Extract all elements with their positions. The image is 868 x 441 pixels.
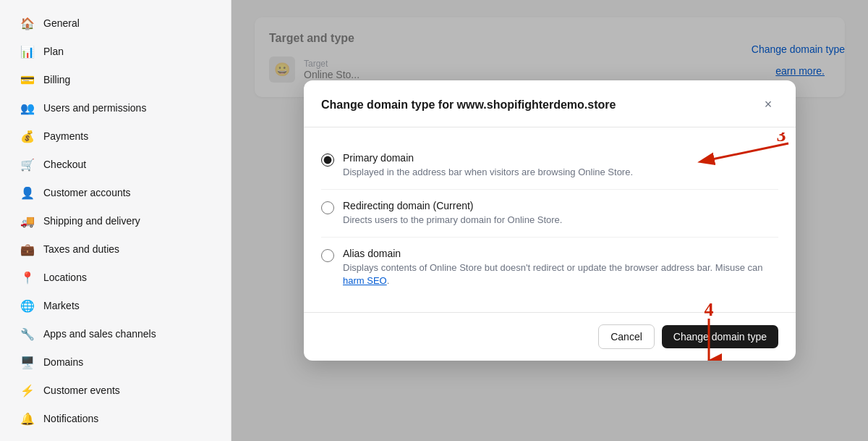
- radio-option-redirecting[interactable]: Redirecting domain (Current) Directs use…: [321, 190, 778, 238]
- sidebar-item-shipping[interactable]: 🚚 Shipping and delivery: [6, 207, 225, 235]
- sidebar-item-notifications[interactable]: 🔔 Notifications: [6, 405, 225, 432]
- sidebar-item-label: Checkout: [43, 159, 86, 170]
- radio-label-alias: Alias domain: [343, 248, 778, 259]
- cancel-button[interactable]: Cancel: [598, 324, 655, 349]
- taxes-icon: 💼: [20, 242, 35, 256]
- sidebar-item-label: Taxes and duties: [43, 243, 119, 255]
- payments-icon: 💰: [20, 129, 35, 143]
- sidebar: 🏠 General 📊 Plan 💳 Billing 👥 Users and p…: [0, 0, 231, 441]
- sidebar-item-label: Billing: [43, 74, 70, 85]
- radio-desc-redirecting: Directs users to the primary domain for …: [343, 214, 562, 227]
- radio-label-primary: Primary domain: [343, 152, 633, 164]
- modal-title: Change domain type for www.shopifighterd…: [321, 98, 616, 112]
- sidebar-item-label: Plan: [43, 46, 64, 57]
- general-icon: 🏠: [20, 16, 35, 30]
- modal-body: Primary domain Displayed in the address …: [304, 127, 796, 313]
- sidebar-item-domains[interactable]: 🖥️ Domains: [6, 348, 225, 376]
- radio-option-primary[interactable]: Primary domain Displayed in the address …: [321, 142, 778, 190]
- modal-close-button[interactable]: ×: [758, 95, 778, 115]
- harm-seo-link[interactable]: harm SEO: [343, 275, 387, 286]
- change-domain-type-button[interactable]: Change domain type: [662, 325, 778, 348]
- sidebar-item-customer-events[interactable]: ⚡ Customer events: [6, 377, 225, 404]
- sidebar-item-plan[interactable]: 📊 Plan: [6, 38, 225, 65]
- customer-accounts-icon: 👤: [20, 185, 35, 200]
- locations-icon: 📍: [20, 270, 35, 285]
- radio-content-alias: Alias domain Displays contents of Online…: [343, 248, 778, 287]
- sidebar-item-checkout[interactable]: 🛒 Checkout: [6, 151, 225, 178]
- users-icon: 👥: [20, 101, 35, 115]
- sidebar-item-apps[interactable]: 🔧 Apps and sales channels: [6, 320, 225, 348]
- main-content: Target and type 😀 Target Online Sto... C…: [231, 0, 868, 441]
- plan-icon: 📊: [20, 44, 35, 59]
- radio-content-primary: Primary domain Displayed in the address …: [343, 152, 633, 179]
- radio-desc-alias: Displays contents of Online Store but do…: [343, 261, 778, 287]
- sidebar-item-label: Apps and sales channels: [43, 328, 156, 340]
- sidebar-item-label: General: [43, 17, 80, 29]
- radio-label-redirecting: Redirecting domain (Current): [343, 200, 562, 211]
- sidebar-item-taxes[interactable]: 💼 Taxes and duties: [6, 235, 225, 263]
- modal-overlay: Change domain type for www.shopifighterd…: [231, 0, 868, 441]
- checkout-icon: 🛒: [20, 157, 35, 172]
- sidebar-item-markets[interactable]: 🌐 Markets: [6, 292, 225, 319]
- radio-content-redirecting: Redirecting domain (Current) Directs use…: [343, 200, 562, 227]
- modal-footer: Cancel Change domain type: [304, 312, 796, 361]
- sidebar-item-customer-accounts[interactable]: 👤 Customer accounts: [6, 179, 225, 206]
- domains-icon: 🖥️: [20, 355, 35, 369]
- sidebar-item-payments[interactable]: 💰 Payments: [6, 122, 225, 150]
- sidebar-item-users[interactable]: 👥 Users and permissions: [6, 94, 225, 122]
- radio-alias[interactable]: [321, 249, 334, 262]
- radio-primary[interactable]: [321, 154, 334, 167]
- sidebar-item-label: Notifications: [43, 413, 98, 424]
- shipping-icon: 🚚: [20, 214, 35, 228]
- radio-desc-primary: Displayed in the address bar when visito…: [343, 166, 633, 179]
- sidebar-item-locations[interactable]: 📍 Locations: [6, 264, 225, 291]
- modal-header: Change domain type for www.shopifighterd…: [304, 80, 796, 127]
- sidebar-item-general[interactable]: 🏠 General: [6, 9, 225, 37]
- radio-redirecting[interactable]: [321, 201, 334, 214]
- sidebar-item-label: Customer events: [43, 385, 120, 396]
- sidebar-item-label: Users and permissions: [43, 102, 146, 114]
- change-domain-modal: Change domain type for www.shopifighterd…: [304, 80, 796, 361]
- sidebar-item-label: Markets: [43, 300, 80, 311]
- sidebar-item-label: Payments: [43, 130, 88, 142]
- billing-icon: 💳: [20, 72, 35, 87]
- notifications-icon: 🔔: [20, 411, 35, 426]
- markets-icon: 🌐: [20, 298, 35, 313]
- radio-option-alias[interactable]: Alias domain Displays contents of Online…: [321, 238, 778, 298]
- customer-events-icon: ⚡: [20, 383, 35, 398]
- apps-icon: 🔧: [20, 327, 35, 341]
- sidebar-item-label: Customer accounts: [43, 187, 131, 198]
- sidebar-item-billing[interactable]: 💳 Billing: [6, 66, 225, 93]
- sidebar-item-custom-data[interactable]: 📋 Custom data: [6, 433, 225, 441]
- sidebar-item-label: Shipping and delivery: [43, 215, 140, 227]
- sidebar-item-label: Domains: [43, 356, 83, 368]
- sidebar-item-label: Locations: [43, 272, 87, 283]
